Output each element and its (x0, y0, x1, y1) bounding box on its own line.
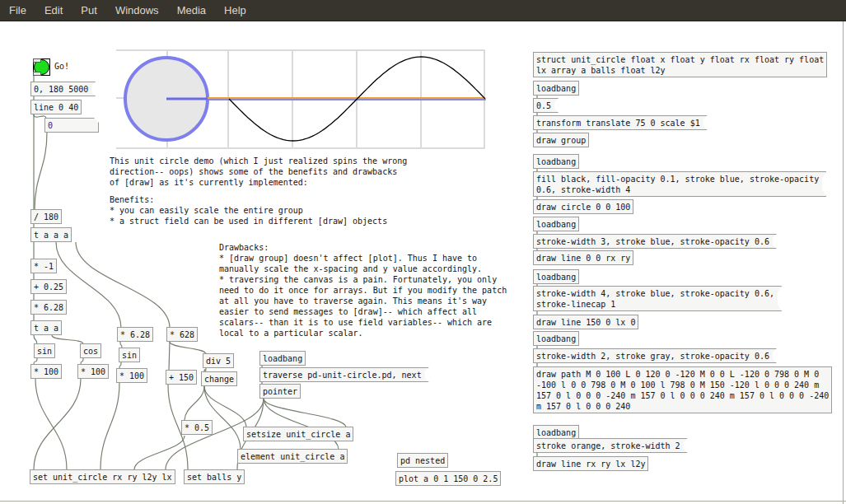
obj-sin-left[interactable]: sin (34, 343, 55, 358)
obj-mul-628b[interactable]: * 6.28 (117, 327, 153, 342)
obj-set-balls[interactable]: set balls y (184, 469, 245, 484)
obj-change[interactable]: change (201, 371, 237, 386)
obj-loadbang-5[interactable]: loadbang (533, 331, 579, 346)
obj-loadbang-3[interactable]: loadbang (533, 217, 579, 231)
obj-div-180[interactable]: / 180 (30, 209, 62, 224)
go-bang-button[interactable] (33, 58, 50, 76)
go-label: Go! (54, 61, 69, 72)
obj-mul-05[interactable]: * 0.5 (181, 420, 213, 435)
msg-0-180-5000[interactable]: 0, 180 5000 (30, 82, 96, 96)
obj-mul-100-mid[interactable]: * 100 (116, 368, 147, 383)
inlet[interactable] (33, 58, 41, 63)
obj-mul-neg1[interactable]: * -1 (30, 259, 57, 273)
msg-fill-black[interactable]: fill black, fill-opacity 0.1, stroke blu… (533, 171, 826, 197)
obj-draw-path[interactable]: draw path M 0 100 L 0 120 0 -120 M 0 0 L… (533, 366, 832, 413)
obj-div-5[interactable]: div 5 (203, 353, 234, 368)
menu-item-media[interactable]: Media (168, 0, 215, 21)
obj-plot[interactable]: plot a 0 1 150 0 2.5 (395, 471, 501, 486)
menu-item-help[interactable]: Help (215, 0, 255, 21)
obj-loadbang-2[interactable]: loadbang (533, 154, 579, 169)
obj-add-025[interactable]: + 0.25 (30, 279, 67, 294)
obj-draw-line-1[interactable]: draw line 0 0 rx ry (533, 250, 633, 265)
obj-line-0-40[interactable]: line 0 40 (30, 100, 82, 114)
comment-drawbacks-title: Drawbacks: (219, 242, 269, 253)
msg-stroke-w3[interactable]: stroke-width 3, stroke blue, stroke-opac… (533, 234, 777, 249)
obj-setsize[interactable]: setsize unit_circle a (243, 427, 353, 441)
obj-set-unit-circle[interactable]: set unit_circle rx ry l2y lx (30, 469, 175, 484)
obj-pd-nested[interactable]: pd nested (397, 453, 448, 468)
comment-drawbacks: * [draw group] doesn't affect [plot]. Th… (219, 253, 507, 338)
msg-transform[interactable]: transform translate 75 0 scale $1 (533, 115, 708, 130)
patch-canvas[interactable]: Go!0, 180 5000line 0 400/ 180t a a a* -1… (0, 21, 846, 504)
menu-item-file[interactable]: File (0, 0, 35, 21)
obj-pointer[interactable]: pointer (259, 384, 301, 399)
obj-loadbang-6[interactable]: loadbang (533, 425, 579, 440)
msg-stroke-orange[interactable]: stroke orange, stroke-width 2 (533, 438, 688, 453)
obj-loadbang-mid[interactable]: loadbang (259, 351, 306, 366)
obj-element[interactable]: element unit_circle a (237, 449, 348, 464)
num-0[interactable]: 0 (44, 118, 99, 133)
msg-stroke-w4[interactable]: stroke-width 4, stroke blue, stroke-opac… (533, 286, 782, 311)
horizontal-scrollbar[interactable] (0, 501, 846, 502)
obj-mul-100-left[interactable]: * 100 (30, 364, 62, 379)
obj-draw-group[interactable]: draw group (533, 133, 589, 147)
menu-item-put[interactable]: Put (72, 0, 106, 21)
obj-loadbang-1[interactable]: loadbang (533, 81, 579, 96)
obj-mul-628c[interactable]: * 628 (166, 327, 198, 342)
obj-cos[interactable]: cos (80, 343, 101, 358)
obj-t-a-a[interactable]: t a a (30, 320, 62, 335)
menu-item-edit[interactable]: Edit (35, 0, 72, 21)
obj-mul-100-right[interactable]: * 100 (77, 364, 109, 379)
vertical-scrollbar[interactable] (843, 21, 844, 504)
comment-benefits: * you can easily scale the entire group … (110, 205, 387, 226)
obj-t-a-a-a[interactable]: t a a a (30, 227, 72, 242)
obj-loadbang-4[interactable]: loadbang (533, 269, 579, 284)
msg-stroke-w2[interactable]: stroke-width 2, stroke gray, stroke-opac… (533, 348, 777, 363)
comment-benefits-title: Benefits: (110, 194, 154, 205)
comment-intro: This unit circle demo (which I just real… (110, 156, 407, 188)
menu-item-windows[interactable]: Windows (106, 0, 168, 21)
obj-mul-628a[interactable]: * 6.28 (30, 300, 67, 315)
obj-draw-line-3[interactable]: draw line rx ry lx l2y (533, 456, 648, 471)
menu-bar: FileEditPutWindowsMediaHelp (0, 0, 846, 21)
msg-05[interactable]: 0.5 (533, 98, 559, 113)
obj-draw-circle[interactable]: draw circle 0 0 100 (533, 199, 633, 214)
obj-draw-line-2[interactable]: draw line 150 0 lx 0 (533, 315, 638, 329)
outlet[interactable] (33, 72, 41, 76)
obj-sin-mid[interactable]: sin (119, 348, 140, 362)
obj-add-150[interactable]: + 150 (166, 370, 197, 385)
obj-struct[interactable]: struct unit_circle float x float y float… (533, 52, 827, 77)
msg-traverse[interactable]: traverse pd-unit-circle.pd, next (259, 367, 429, 382)
